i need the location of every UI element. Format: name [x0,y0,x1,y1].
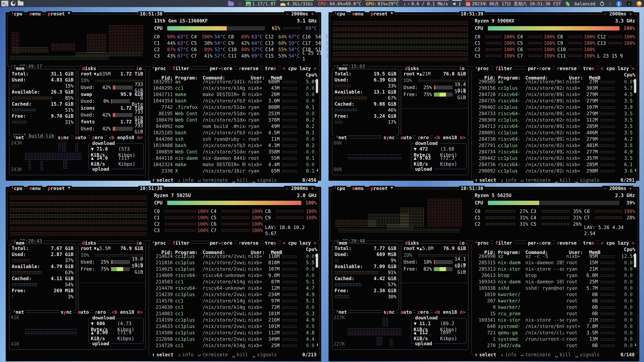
mem-title-label[interactable]: ²mem [13,240,24,246]
proc-tab-label[interactable]: filter [172,66,189,71]
footer-action-info[interactable]: info [182,352,194,358]
proc-tab-label[interactable]: reverse [239,240,258,246]
footer-action-kill[interactable]: kill [237,352,248,358]
proc-tab-filter[interactable]: filter [494,66,514,71]
proc-tab-label[interactable]: reverse [557,66,576,71]
proc-row[interactable]: 7742.firefox/nix/store/51dxgra3ryan808M0… [151,104,314,110]
proc-tab-label[interactable]: reverse [557,240,576,246]
footer-action-kill[interactable]: kill [560,352,571,358]
proc-row[interactable]: 844118nix-daemnix-daemon 844104root55M0.… [151,155,314,162]
proc-row[interactable]: 214583cc1/nix/store/k14gjkxnnixb+87M5.1 [151,279,314,285]
sort-prev-button[interactable]: < [601,66,606,71]
tab-label-cpu[interactable]: ¹cpu [11,11,22,16]
net-box-title[interactable]: ³net [334,135,348,140]
iface-prev-button[interactable]: <b [109,135,118,140]
tab-label-preset[interactable]: preset * [48,11,70,16]
tab-label-menu[interactable]: menu [352,186,364,191]
scroll-down-arrow[interactable]: ↓ [634,342,637,348]
net-box-title[interactable]: ³net [12,135,25,140]
proc-row[interactable]: 290505as/nix/store/9n1kg164nixb+27M0.0 [474,79,632,85]
proc-tab-filter[interactable]: filter [494,240,514,246]
mem-box-title[interactable]: ²mem [12,240,26,246]
sort-next-button[interactable]: > [311,66,316,71]
proc-row[interactable]: 211816cc1plus/nix/store/2vwipws2nixb+818… [151,260,314,266]
net-interface-switcher[interactable]: <b ens18 n> [110,310,144,315]
iface-next-button[interactable]: n> [134,309,143,315]
iface-prev-button[interactable]: <b [434,309,443,315]
proc-tab-tree[interactable]: tree [582,66,596,71]
proc-row[interactable]: 1019488bash/nix/store/xfb3ykw9nixb+4.3M0… [151,142,314,149]
tab-cpu[interactable]: ¹cpu [10,186,24,191]
update-interval[interactable]: - 2000ms + [602,186,633,191]
proc-row[interactable]: 1042324makemake DESTDIR= RPATHnixb+4.4M0… [151,162,314,168]
iface-next-button[interactable]: n> [457,309,466,315]
proc-tab-tree[interactable]: tree [264,240,278,246]
proc-tab-per-core[interactable]: per-core [208,66,234,71]
proc-row[interactable]: 214624cc1plus/nix/store/2vwipws2nixb+118… [151,253,314,260]
sort-column-switcher[interactable]: < cpu lazy > [600,66,636,71]
tab-preset[interactable]: preset * [46,186,72,191]
proc-tab-per-core[interactable]: per-core [208,240,234,246]
tab-cpu[interactable]: ¹cpu [332,11,346,16]
net-option-zero[interactable]: zero [90,135,104,140]
proc-row[interactable]: 284730riscv64-/nix/store/89225k9xnixb+27… [474,136,632,142]
proc-tab-label[interactable]: per-core [210,66,232,71]
tab-menu[interactable]: menu [351,11,365,16]
statusbar-item-kv[interactable]: GPU:01%+29°C [365,0,399,7]
proc-tab-label[interactable]: tree [583,240,594,246]
net-option-zero[interactable]: zero [416,135,430,140]
mem-box-title[interactable]: ²mem [334,240,348,246]
proc-row[interactable]: 284998xzxz -c -5nixb+95M12.5 [474,253,632,260]
proc-tab-filter[interactable]: filter [171,240,191,246]
net-box-title[interactable]: ³net [12,310,25,315]
tab-label-menu[interactable]: menu [352,11,364,16]
footer-action-select[interactable]: select [479,178,496,183]
proc-tab-label[interactable]: tree [265,66,276,71]
scroll-down-arrow[interactable]: ↓ [316,342,319,348]
proc-row[interactable]: 284735riscv64-/nix/store/89225k9xnixb+27… [474,98,632,104]
footer-action-terminate[interactable]: terminate [202,352,228,358]
proc-tab-label[interactable]: tree [265,240,276,246]
net-option-label[interactable]: zero [94,309,106,315]
proc-row[interactable]: 214083cc1/nix/store/2vwipws2nixb+181M5.3 [151,310,314,317]
tab-preset[interactable]: preset * [369,11,394,16]
proc-row[interactable]: 290156cc1plus/nix/store/02cs0d7snixb+303… [474,85,632,92]
footer-action-kill[interactable]: kill [560,178,571,183]
proc-row[interactable]: 169343nix-daemnix-daemon 169341root25M0.… [474,279,632,285]
footer-action-info[interactable]: info [505,178,516,183]
net-option-label[interactable]: zero [418,135,429,140]
sort-next-button[interactable]: > [629,66,634,71]
proc-row[interactable]: 284734riscv64-/nix/store/89225k9xnixb+27… [474,149,632,155]
proc-row[interactable]: 844092nomnom build .#nixosCoryan49M0.2 [151,123,314,130]
net-box-title[interactable]: ³net [334,310,348,315]
tab-cpu[interactable]: ¹cpu [10,11,24,16]
footer-action-signals[interactable]: signals [257,352,277,358]
proc-tab-label[interactable]: filter [495,240,512,246]
proc-tab-label[interactable]: per-core [528,66,550,71]
proc-row[interactable]: 284733riscv64-/nix/store/89225k9xnixb+27… [474,110,632,117]
proc-tab-label[interactable]: ⁴proc [152,66,166,71]
interval-minus-button[interactable]: - [286,186,291,191]
tab-label-cpu[interactable]: ¹cpu [334,186,345,191]
footer-action-info[interactable]: info [505,352,516,358]
footer-action-terminate[interactable]: terminate [525,178,551,183]
proc-tab-proc[interactable]: ⁴proc [150,66,167,71]
sort-prev-button[interactable]: < [601,240,606,246]
proc-row[interactable]: 207kworker/root0B0.0 [474,298,632,304]
proc-row[interactable]: 290369cc1plus/nix/store/02cs0d7snixb+112… [474,117,632,123]
net-title-label[interactable]: ³net [336,309,347,315]
net-interface-switcher[interactable]: <b ens18 n> [433,310,467,315]
tab-label-menu[interactable]: menu [29,11,40,16]
sort-prev-button[interactable]: < [282,66,288,71]
statusbar-item-leaf[interactable] [565,0,570,7]
proc-tab-per-core[interactable]: per-core [526,66,552,71]
proc-row[interactable]: 289442cc1plus/nix/store/02cs0d7snixb+357… [474,155,632,162]
proc-tab-label[interactable]: filter [172,240,189,246]
sort-column-switcher[interactable]: < cpu lazy > [281,240,318,246]
proc-scrollbar[interactable] [634,254,636,268]
proc-row[interactable]: 1025185bash/nix/store/xfb3ykw9nixb+4.5M0… [151,130,314,136]
proc-tab-per-core[interactable]: per-core [526,240,552,246]
proc-tab-proc[interactable]: ⁴proc [474,66,490,71]
statusbar-item-power[interactable] [600,0,605,7]
proc-row[interactable]: 214470riscv64-riscv64-unknown-linnixb+12… [151,285,314,292]
